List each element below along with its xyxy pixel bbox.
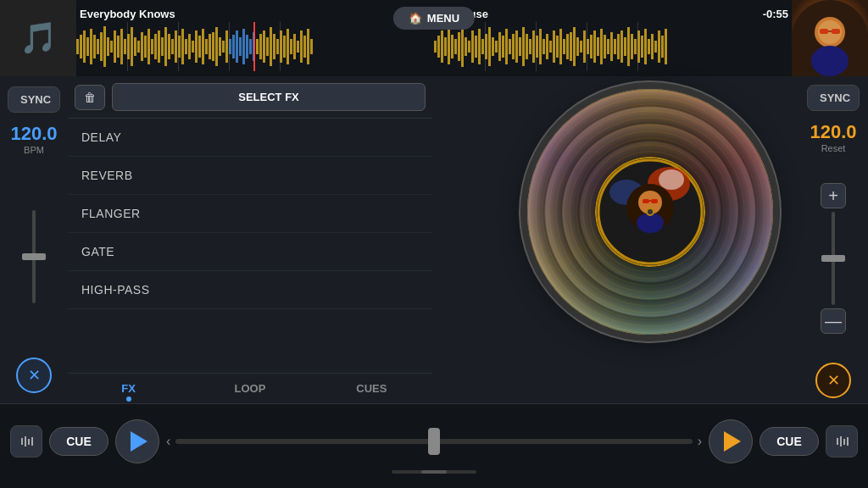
svg-rect-10 [110, 41, 113, 53]
svg-rect-17 [134, 37, 136, 56]
x-button-right[interactable]: ✕ [815, 363, 851, 398]
track-art-left: 🎵 [0, 0, 76, 76]
svg-rect-107 [542, 39, 545, 54]
left-fader-handle[interactable] [22, 253, 46, 260]
left-track-section: Everybody Knows -0:25 [76, 6, 434, 71]
svg-rect-92 [492, 37, 494, 56]
svg-rect-144 [485, 22, 486, 71]
eq-icon-left [19, 435, 33, 448]
svg-rect-130 [620, 30, 623, 63]
svg-rect-20 [144, 36, 147, 58]
svg-rect-128 [614, 39, 616, 54]
svg-rect-129 [617, 34, 620, 59]
svg-point-154 [811, 46, 849, 76]
waveform-right-svg [434, 22, 792, 71]
svg-rect-28 [171, 39, 174, 54]
svg-rect-47 [236, 30, 238, 63]
fx-item-delay[interactable]: DELAY [68, 119, 432, 157]
svg-rect-73 [229, 22, 230, 71]
sync-button-right[interactable]: SYNC [807, 85, 860, 111]
crossfader-area: ‹ › [166, 434, 702, 449]
play-button-left[interactable] [115, 419, 159, 463]
fx-item-reverb[interactable]: REVERB [68, 157, 432, 195]
svg-rect-66 [300, 30, 303, 63]
svg-rect-101 [522, 27, 525, 66]
x-button-left[interactable]: ✕ [16, 358, 52, 393]
svg-rect-0 [76, 39, 79, 54]
svg-rect-133 [631, 34, 633, 59]
svg-rect-38 [205, 39, 208, 54]
waveform-left-svg [76, 22, 434, 71]
vinyl-container[interactable] [523, 85, 777, 339]
svg-rect-86 [471, 30, 474, 63]
svg-rect-108 [546, 34, 548, 59]
sync-button-left[interactable]: SYNC [8, 86, 60, 113]
bottom-bar: CUE ‹ › CUE [0, 403, 868, 488]
delete-fx-button[interactable]: 🗑 [75, 85, 105, 110]
svg-rect-115 [570, 32, 572, 61]
svg-rect-93 [495, 41, 498, 53]
svg-rect-64 [293, 34, 296, 59]
fx-item-highpass[interactable]: HIGH-PASS [68, 271, 432, 309]
svg-rect-94 [498, 32, 501, 61]
svg-rect-85 [468, 41, 470, 53]
svg-rect-9 [107, 37, 109, 56]
play-button-right[interactable] [709, 419, 753, 463]
svg-rect-104 [532, 30, 535, 63]
crossfader-row: ‹ › [166, 434, 702, 449]
crossfader-handle[interactable] [428, 428, 440, 455]
svg-rect-117 [576, 37, 579, 56]
bottom-controls: CUE ‹ › CUE [10, 419, 858, 463]
vinyl-outer[interactable] [527, 89, 773, 335]
tab-loop[interactable]: LOOP [189, 374, 310, 403]
fx-item-flanger[interactable]: FLANGER [68, 195, 432, 233]
svg-rect-122 [593, 30, 596, 63]
svg-rect-21 [147, 29, 150, 64]
svg-rect-31 [181, 29, 184, 64]
home-icon: 🏠 [409, 12, 422, 25]
svg-rect-136 [641, 36, 643, 58]
tab-cues[interactable]: CUES [311, 374, 432, 403]
right-fader-handle[interactable] [821, 255, 845, 262]
right-track-time: -0:55 [763, 8, 788, 20]
pitch-minus-button[interactable]: — [821, 308, 846, 334]
svg-rect-22 [151, 39, 153, 54]
left-panel: SYNC 120.0 BPM ✕ 🗑 SELECT FX [0, 76, 432, 403]
svg-rect-36 [198, 36, 201, 58]
svg-rect-79 [448, 29, 450, 64]
menu-button[interactable]: 🏠 MENU [393, 7, 475, 30]
right-title-row: DJ House -0:55 [434, 6, 792, 22]
eq-button-right[interactable] [826, 425, 858, 458]
play-icon-left [131, 431, 147, 452]
svg-rect-139 [651, 34, 654, 59]
eq-button-left[interactable] [10, 425, 42, 458]
crossfader-track[interactable] [175, 439, 692, 444]
svg-rect-7 [100, 32, 103, 61]
svg-rect-95 [502, 36, 504, 58]
right-fader-track[interactable] [832, 212, 835, 305]
svg-rect-14 [124, 39, 126, 54]
svg-rect-170 [28, 439, 30, 445]
tab-fx[interactable]: FX [68, 374, 189, 403]
right-bpm-reset[interactable]: Reset [821, 143, 846, 153]
svg-rect-91 [488, 27, 491, 66]
select-fx-button[interactable]: SELECT FX [112, 83, 426, 111]
fx-item-gate[interactable]: GATE [68, 233, 432, 271]
cue-button-right[interactable]: CUE [760, 427, 819, 456]
left-fader-track[interactable] [32, 210, 36, 303]
svg-rect-84 [465, 37, 467, 56]
cue-button-left[interactable]: CUE [49, 427, 108, 456]
svg-rect-26 [164, 27, 167, 66]
svg-rect-61 [283, 36, 286, 58]
svg-rect-173 [840, 436, 842, 446]
svg-rect-114 [566, 34, 569, 59]
svg-rect-168 [21, 438, 23, 445]
crossfader-arrow-right[interactable]: › [698, 434, 702, 449]
pitch-plus-button[interactable]: + [821, 183, 846, 208]
waveform-left [76, 22, 434, 71]
x-icon-left: ✕ [28, 366, 41, 385]
svg-rect-172 [837, 438, 838, 445]
svg-rect-67 [303, 36, 306, 58]
crossfader-arrow-left[interactable]: ‹ [166, 434, 170, 449]
svg-rect-169 [25, 436, 26, 446]
